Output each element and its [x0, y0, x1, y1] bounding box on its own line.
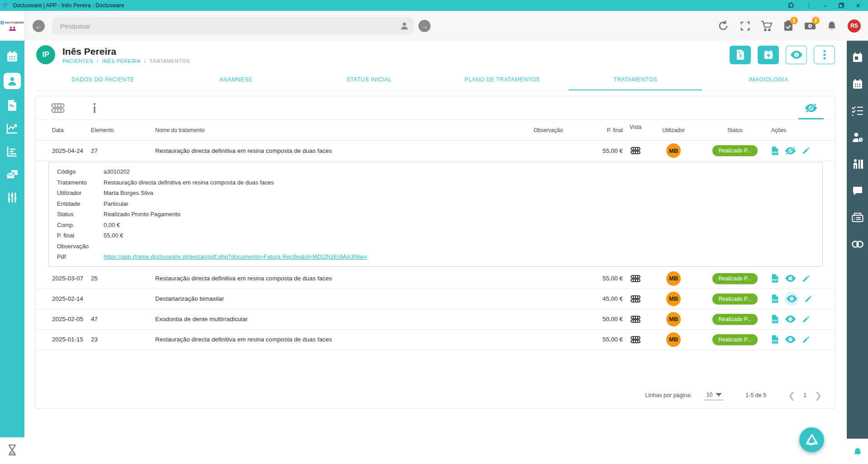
- pdf-icon[interactable]: PDF: [771, 314, 779, 324]
- show-details-eye-icon[interactable]: [785, 315, 796, 323]
- show-details-eye-icon[interactable]: [785, 274, 796, 283]
- status-badge[interactable]: Realizado P...: [712, 145, 757, 156]
- rail-item-day-schedule[interactable]: [851, 51, 864, 64]
- extensions-icon[interactable]: [788, 2, 794, 9]
- toggle-hidden-treatments[interactable]: [798, 96, 824, 119]
- doctusware-fab[interactable]: [799, 427, 824, 452]
- status-badge[interactable]: Realizado P...: [712, 334, 757, 345]
- pdf-icon[interactable]: PDF: [771, 146, 779, 156]
- status-badge[interactable]: Realizado P...: [712, 273, 757, 284]
- rows-per-page-select[interactable]: 10: [704, 391, 724, 400]
- rail-item-fax[interactable]: [851, 211, 864, 224]
- patient-avatar: IP: [36, 45, 55, 64]
- edit-pencil-icon[interactable]: [802, 315, 810, 323]
- tab-plano-de-tratamentos[interactable]: PLANO DE TRATAMENTOS: [436, 69, 569, 90]
- sidebar-item-agenda[interactable]: [5, 50, 19, 63]
- odontogram-icon[interactable]: [51, 103, 65, 113]
- pdf-link[interactable]: https://app.iframe.doctusware.pt/gestao/…: [104, 253, 367, 260]
- show-details-eye-button[interactable]: [785, 292, 798, 306]
- teal-bell-icon[interactable]: [853, 447, 862, 457]
- edit-pencil-icon[interactable]: [802, 336, 810, 344]
- tab-anamnese[interactable]: ANAMNESE: [169, 69, 302, 90]
- cart-icon[interactable]: [761, 20, 773, 32]
- pdf-icon[interactable]: PDF: [771, 335, 779, 344]
- rail-item-links[interactable]: [851, 237, 864, 251]
- show-details-eye-icon: [786, 294, 797, 303]
- info-icon[interactable]: [93, 103, 96, 114]
- treatment-row[interactable]: 2025-01-15 23 Restauração directa defini…: [36, 330, 835, 350]
- rail-item-waiting-patients[interactable]: [851, 131, 864, 144]
- pdf-icon[interactable]: PDF: [771, 274, 779, 283]
- app-logo-icon: [3, 3, 9, 9]
- sidebar-item-messages[interactable]: [5, 168, 19, 181]
- rail-item-checkin[interactable]: [851, 157, 864, 171]
- row-price: 50,00 €: [582, 316, 623, 322]
- detail-label: Tratamento: [57, 179, 104, 186]
- payments-icon[interactable]: 2: [804, 20, 816, 32]
- edit-pencil-icon[interactable]: [804, 295, 812, 303]
- tab-imagiologia[interactable]: IMAGIOLOGIA: [702, 69, 835, 90]
- more-options-button[interactable]: [814, 46, 835, 64]
- edit-pencil-icon[interactable]: [802, 147, 810, 155]
- row-vista-button[interactable]: [623, 316, 648, 323]
- svg-text:PDF: PDF: [773, 279, 778, 281]
- fullscreen-icon[interactable]: [739, 20, 751, 32]
- sidebar-item-reports[interactable]: [5, 145, 19, 158]
- tab-status-inicial[interactable]: STATUS INICIAL: [303, 69, 436, 90]
- rail-item-month-schedule[interactable]: [851, 77, 864, 91]
- row-vista-button[interactable]: [623, 275, 648, 282]
- hide-details-eye-off-icon[interactable]: [785, 147, 796, 155]
- detail-label: P. final: [57, 232, 104, 239]
- col-data: Data: [52, 127, 91, 133]
- next-page-button[interactable]: ❯: [809, 390, 827, 401]
- rail-item-checklist[interactable]: [851, 104, 864, 118]
- col-elemento: Elemento: [91, 127, 155, 133]
- status-badge[interactable]: Realizado P...: [712, 314, 757, 325]
- tab-tratamentos[interactable]: TRATAMENTOS: [569, 69, 702, 90]
- row-vista-button[interactable]: [623, 147, 648, 154]
- treatment-row[interactable]: 2025-02-14 Destartarização bimaxilar 45,…: [36, 289, 835, 309]
- edit-pencil-icon[interactable]: [802, 275, 810, 283]
- svg-text:PDF: PDF: [773, 340, 778, 342]
- new-appointment-button[interactable]: [758, 46, 779, 64]
- breadcrumb-pacientes[interactable]: PACIENTES: [62, 58, 93, 64]
- search-input[interactable]: [60, 22, 399, 30]
- browser-menu-icon[interactable]: ⋮: [806, 3, 812, 9]
- invoice-button[interactable]: $: [730, 46, 751, 64]
- tasks-clipboard-icon[interactable]: 1: [783, 20, 794, 32]
- prev-page-button[interactable]: ❮: [783, 390, 801, 401]
- minimize-button[interactable]: –: [824, 3, 827, 9]
- search-box[interactable]: [52, 17, 414, 34]
- close-button[interactable]: ✕: [856, 3, 861, 9]
- tab-dados-do-paciente[interactable]: DADOS DO PACIENTE: [36, 69, 169, 90]
- back-button[interactable]: ←: [33, 20, 45, 32]
- breadcrumb-patient-name[interactable]: INÊS PEREIRA: [102, 58, 141, 64]
- treatment-row[interactable]: 2025-03-07 25 Restauração directa defini…: [36, 269, 835, 289]
- detail-label: Status: [57, 211, 104, 218]
- treatment-row[interactable]: 2025-04-24 27 Restauração directa defini…: [36, 141, 835, 161]
- row-user-avatar: MB: [666, 292, 681, 306]
- user-avatar[interactable]: RS: [848, 19, 861, 33]
- restore-button[interactable]: [839, 3, 844, 8]
- search-go-button[interactable]: →: [418, 20, 431, 32]
- svg-text:$: $: [739, 53, 741, 58]
- rows-per-page-value: 10: [706, 392, 712, 398]
- notifications-bell-icon[interactable]: [826, 20, 838, 32]
- view-button[interactable]: [786, 46, 807, 64]
- show-details-eye-icon[interactable]: [785, 335, 796, 344]
- fax-icon: [852, 213, 863, 223]
- search-person-icon[interactable]: [399, 21, 409, 31]
- sidebar-item-patients[interactable]: [4, 73, 21, 89]
- refresh-icon[interactable]: [717, 20, 729, 32]
- status-badge[interactable]: Realizado P...: [712, 294, 757, 304]
- pdf-icon[interactable]: PDF: [771, 294, 779, 303]
- row-vista-button[interactable]: [623, 336, 648, 343]
- sidebar-item-settings[interactable]: [5, 191, 19, 204]
- treatment-row[interactable]: 2025-02-05 47 Exodontia de dente multirr…: [36, 309, 835, 330]
- hourglass-icon[interactable]: [8, 445, 17, 455]
- sidebar-item-statistics[interactable]: [5, 122, 19, 135]
- row-vista-button[interactable]: [623, 295, 648, 303]
- detail-label: Observação: [57, 243, 104, 250]
- rail-item-chat[interactable]: [851, 184, 864, 198]
- sidebar-item-clinical-files[interactable]: [5, 99, 19, 112]
